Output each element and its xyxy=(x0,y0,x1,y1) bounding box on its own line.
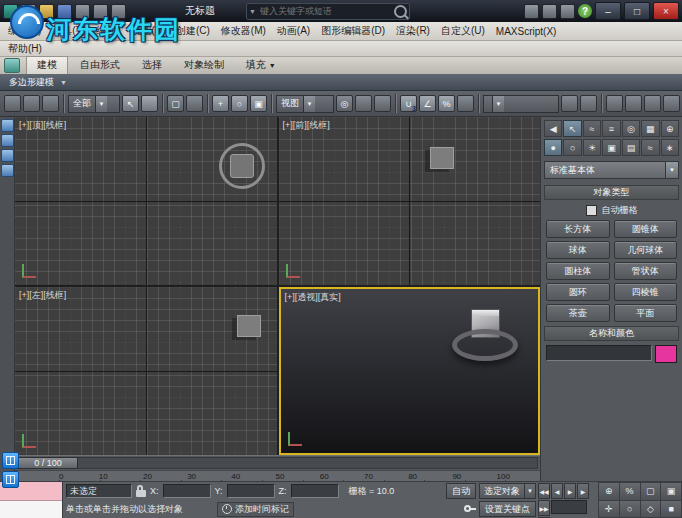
zoom-icon[interactable]: ⊕ xyxy=(599,483,619,500)
signin-icon[interactable] xyxy=(524,4,539,19)
viewport-left[interactable]: [+][左][线框] xyxy=(15,287,277,455)
search-dropdown-icon[interactable]: ▼ xyxy=(249,8,256,15)
menu-customize[interactable]: 自定义(U) xyxy=(441,24,485,38)
tab-hierarchy-icon[interactable]: ≡ xyxy=(602,120,620,137)
tab-freeform[interactable]: 自由形式 xyxy=(70,57,130,74)
polygon-modeling-label[interactable]: 多边形建模 xyxy=(9,76,54,89)
category-systems-icon[interactable]: ∗ xyxy=(661,139,679,156)
autogrid-checkbox[interactable] xyxy=(586,205,597,216)
menu-help[interactable]: 帮助(H) xyxy=(8,42,42,56)
viewport-top[interactable]: [+][顶][线框] xyxy=(15,117,277,285)
scene-object-top-view[interactable] xyxy=(219,143,265,189)
key-mode-dropdown[interactable]: 选定对象 ▼ xyxy=(479,483,536,499)
bind-to-spacewarp-icon[interactable] xyxy=(42,95,59,112)
orbit-icon[interactable]: ○ xyxy=(620,501,640,518)
minimize-button[interactable]: – xyxy=(595,2,621,20)
help-icon[interactable]: ? xyxy=(578,4,592,18)
reference-coordinate-dropdown[interactable]: 视图▼ xyxy=(276,95,334,113)
plane-button[interactable]: 平面 xyxy=(614,304,678,322)
auto-key-button[interactable]: 自动 xyxy=(446,483,476,499)
left-tool-icon-2[interactable] xyxy=(1,134,14,147)
tab-object-paint[interactable]: 对象绘制 xyxy=(174,57,234,74)
go-to-start-icon[interactable]: ◀◀ xyxy=(538,483,550,499)
search-icon[interactable] xyxy=(394,5,407,18)
cone-button[interactable]: 圆锥体 xyxy=(614,220,678,238)
current-frame-field[interactable] xyxy=(551,500,587,514)
window-crossing-icon[interactable] xyxy=(186,95,203,112)
community-icon[interactable] xyxy=(542,4,557,19)
left-tool-icon-4[interactable] xyxy=(1,164,14,177)
tab-modify-icon[interactable]: ≈ xyxy=(583,120,601,137)
menu-modifiers[interactable]: 修改器(M) xyxy=(221,24,266,38)
select-by-name-icon[interactable] xyxy=(141,95,158,112)
tab-display-icon[interactable]: ▦ xyxy=(641,120,659,137)
tab-populate[interactable]: 填充 ▼ xyxy=(236,57,286,74)
panel-collapse-icon[interactable]: ◀ xyxy=(544,120,562,137)
viewport-left-label[interactable]: [+][左][线框] xyxy=(19,289,66,302)
menu-graph-editors[interactable]: 图形编辑器(D) xyxy=(321,24,385,38)
y-coordinate-field[interactable] xyxy=(227,484,275,498)
select-link-icon[interactable] xyxy=(4,95,21,112)
menu-rendering[interactable]: 渲染(R) xyxy=(396,24,430,38)
object-type-rollout-header[interactable]: 对象类型 xyxy=(544,185,679,200)
viewport-front-label[interactable]: [+][前][线框] xyxy=(283,119,330,132)
name-color-rollout-header[interactable]: 名称和颜色 xyxy=(544,326,679,341)
scene-object-front-view[interactable] xyxy=(430,147,454,169)
search-input[interactable] xyxy=(258,5,392,17)
spinner-snap-icon[interactable] xyxy=(457,95,474,112)
zoom-extents-icon[interactable]: ▢ xyxy=(641,483,661,500)
x-coordinate-field[interactable] xyxy=(163,484,211,498)
viewport-top-label[interactable]: [+][顶][线框] xyxy=(19,119,66,132)
panel-expand-icon[interactable]: ▼ xyxy=(60,79,67,86)
select-rotate-icon[interactable]: ○ xyxy=(231,95,248,112)
layer-manager-icon[interactable] xyxy=(606,95,623,112)
category-lights-icon[interactable]: ☀ xyxy=(583,139,601,156)
tab-create-icon[interactable]: ↖ xyxy=(563,120,581,137)
zoom-extents-all-icon[interactable]: ▣ xyxy=(661,483,681,500)
category-spacewarps-icon[interactable]: ≈ xyxy=(641,139,659,156)
keyboard-override-icon[interactable] xyxy=(374,95,391,112)
align-icon[interactable] xyxy=(580,95,597,112)
tube-button[interactable]: 管状体 xyxy=(614,262,678,280)
cylinder-button[interactable]: 圆柱体 xyxy=(546,262,610,280)
tab-modeling[interactable]: 建模 xyxy=(26,56,68,74)
category-helpers-icon[interactable]: ▤ xyxy=(622,139,640,156)
tab-utilities-icon[interactable]: ⊕ xyxy=(661,120,679,137)
mirror-icon[interactable] xyxy=(561,95,578,112)
pan-view-icon[interactable]: ✛ xyxy=(599,501,619,518)
previous-frame-icon[interactable]: ◀ xyxy=(551,483,563,499)
z-coordinate-field[interactable] xyxy=(291,484,339,498)
pyramid-button[interactable]: 四棱锥 xyxy=(614,283,678,301)
zoom-region-icon[interactable]: ◇ xyxy=(641,501,661,518)
category-cameras-icon[interactable]: ▣ xyxy=(602,139,620,156)
next-frame-icon[interactable]: ▶ xyxy=(577,483,589,499)
scene-object-perspective[interactable] xyxy=(452,309,518,363)
tab-motion-icon[interactable]: ◎ xyxy=(622,120,640,137)
lock-selection-icon[interactable] xyxy=(136,490,146,497)
time-slider-handle[interactable]: 0 / 100 xyxy=(18,457,78,469)
viewport-perspective-active[interactable]: [+][透视][真实] xyxy=(279,287,541,455)
set-key-icon[interactable] xyxy=(464,503,476,515)
menu-maxscript[interactable]: MAXScript(X) xyxy=(496,26,557,37)
unlink-selection-icon[interactable] xyxy=(23,95,40,112)
curve-editor-icon[interactable] xyxy=(644,95,661,112)
schematic-view-icon[interactable] xyxy=(663,95,680,112)
object-color-swatch[interactable] xyxy=(655,345,677,363)
viewport-perspective-label[interactable]: [+][透视][真实] xyxy=(285,291,341,304)
menu-animation[interactable]: 动画(A) xyxy=(277,24,310,38)
geosphere-button[interactable]: 几何球体 xyxy=(614,241,678,259)
maximize-viewport-toggle-icon[interactable]: ■ xyxy=(661,501,681,518)
named-selection-sets-dropdown[interactable]: ▼ xyxy=(483,95,559,113)
menu-create[interactable]: 创建(C) xyxy=(176,24,210,38)
select-object-icon[interactable]: ↖ xyxy=(122,95,139,112)
left-tool-icon-1[interactable] xyxy=(1,119,14,132)
favorites-star-icon[interactable] xyxy=(560,4,575,19)
go-to-end-icon[interactable]: ▶▶ xyxy=(538,500,550,516)
object-name-field[interactable] xyxy=(546,345,652,361)
sphere-button[interactable]: 球体 xyxy=(546,241,610,259)
selection-filter-dropdown[interactable]: 全部▼ xyxy=(68,95,120,113)
angle-snap-icon[interactable]: ∠ xyxy=(419,95,436,112)
torus-button[interactable]: 圆环 xyxy=(546,283,610,301)
set-key-button[interactable]: 设置关键点 xyxy=(479,501,536,517)
snap-toggle-3d-icon[interactable]: ∪3 xyxy=(400,95,417,112)
